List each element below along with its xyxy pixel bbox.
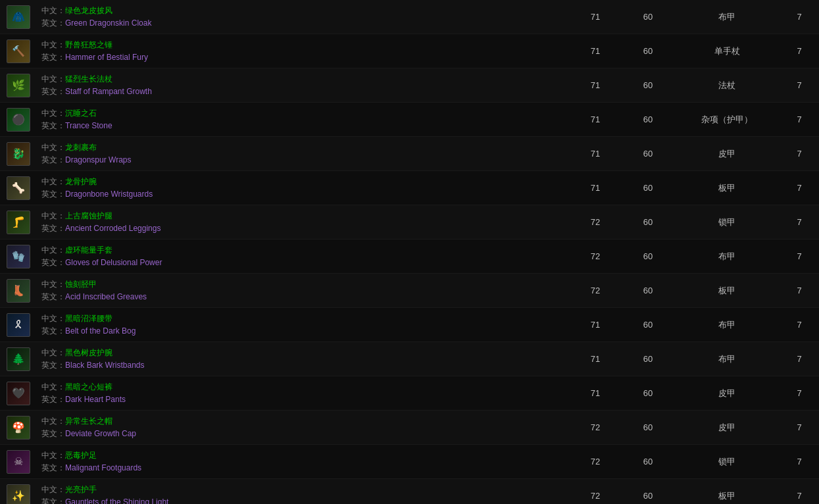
item-req-level: 60 [622, 491, 674, 501]
item-count: 7 [780, 286, 819, 295]
item-name-en: 英文：Green Dragonskin Cloak [41, 18, 564, 29]
item-icon-cell: 🌲 [0, 347, 36, 371]
item-name-zh: 中文：光亮护手 [41, 484, 564, 495]
item-name-zh: 中文：野兽狂怒之锤 [41, 39, 564, 51]
item-count: 7 [780, 491, 819, 501]
table-row: 🧥中文：绿色龙皮披风英文：Green Dragonskin Cloak7160布… [0, 0, 819, 34]
item-name-zh: 中文：沉睡之石 [41, 108, 564, 119]
item-name-cell: 中文：绿色龙皮披风英文：Green Dragonskin Cloak [36, 4, 569, 30]
item-icon: 🦵 [7, 211, 30, 234]
item-type: 板甲 [674, 490, 780, 502]
item-icon-cell: 🔨 [0, 39, 36, 63]
item-req-level: 60 [622, 320, 674, 330]
item-type: 皮甲 [674, 388, 780, 399]
item-name-en: 英文：Staff of Rampant Growth [41, 86, 564, 97]
item-icon-cell: 🎗 [0, 313, 36, 337]
item-req-level: 60 [622, 422, 674, 432]
item-icon: 🍄 [7, 416, 30, 440]
item-name-zh: 中文：猛烈生长法杖 [41, 74, 564, 85]
table-row: 🍄中文：异常生长之帽英文：Deviate Growth Cap7260皮甲7 [0, 411, 819, 445]
item-type: 锁甲 [674, 216, 780, 228]
item-name-cell: 中文：蚀刻胫甲英文：Acid Inscribed Greaves [36, 278, 569, 304]
item-name-en: 英文：Acid Inscribed Greaves [41, 291, 564, 303]
item-count: 7 [780, 388, 819, 398]
item-icon: 🌲 [7, 347, 30, 371]
item-level: 71 [569, 114, 622, 124]
item-level: 72 [569, 457, 622, 466]
item-icon: 🖤 [7, 382, 30, 405]
item-icon-cell: 🐉 [0, 142, 36, 166]
item-name-en: 英文：Belt of the Dark Bog [41, 326, 564, 337]
item-icon-cell: ☠ [0, 450, 36, 474]
item-name-cell: 中文：野兽狂怒之锤英文：Hammer of Bestial Fury [36, 38, 569, 64]
item-count: 7 [780, 217, 819, 227]
item-name-cell: 中文：异常生长之帽英文：Deviate Growth Cap [36, 415, 569, 441]
item-name-en: 英文：Dragonbone Wristguards [41, 189, 564, 200]
item-icon: 🧤 [7, 245, 30, 268]
item-type: 单手杖 [674, 45, 780, 57]
item-name-en: 英文：Dragonspur Wraps [41, 155, 564, 166]
item-req-level: 60 [622, 46, 674, 56]
item-count: 7 [780, 46, 819, 56]
item-level: 72 [569, 251, 622, 261]
item-icon-cell: 🦴 [0, 176, 36, 200]
item-type: 板甲 [674, 285, 780, 297]
item-req-level: 60 [622, 457, 674, 466]
table-row: 🐉中文：龙刺裹布英文：Dragonspur Wraps7160皮甲7 [0, 137, 819, 171]
item-name-zh: 中文：恶毒护足 [41, 450, 564, 461]
item-count: 7 [780, 12, 819, 22]
item-level: 71 [569, 183, 622, 193]
item-count: 7 [780, 354, 819, 364]
item-level: 71 [569, 80, 622, 90]
item-icon: 🌿 [7, 74, 30, 97]
item-name-en: 英文：Ancient Corroded Leggings [41, 223, 564, 234]
item-count: 7 [780, 320, 819, 330]
item-count: 7 [780, 251, 819, 261]
item-type: 锁甲 [674, 456, 780, 468]
item-name-zh: 中文：虚环能量手套 [41, 245, 564, 256]
item-count: 7 [780, 183, 819, 193]
item-icon: ✨ [7, 484, 30, 505]
item-icon: ⚫ [7, 108, 30, 132]
item-icon: 🔨 [7, 39, 30, 63]
item-level: 72 [569, 217, 622, 227]
item-name-cell: 中文：黑暗之心短裤英文：Dark Heart Pants [36, 380, 569, 407]
item-name-cell: 中文：黑暗沼泽腰带英文：Belt of the Dark Bog [36, 312, 569, 338]
item-name-zh: 中文：龙刺裹布 [41, 142, 564, 153]
item-level: 71 [569, 354, 622, 364]
table-row: 🔨中文：野兽狂怒之锤英文：Hammer of Bestial Fury7160单… [0, 34, 819, 68]
item-req-level: 60 [622, 80, 674, 90]
item-req-level: 60 [622, 251, 674, 261]
item-name-en: 英文：Malignant Footguards [41, 463, 564, 474]
item-icon: 🦴 [7, 176, 30, 200]
item-req-level: 60 [622, 149, 674, 159]
table-row: 🦵中文：上古腐蚀护腿英文：Ancient Corroded Leggings72… [0, 205, 819, 239]
item-name-zh: 中文：绿色龙皮披风 [41, 5, 564, 16]
item-name-zh: 中文：异常生长之帽 [41, 416, 564, 427]
item-name-zh: 中文：龙骨护腕 [41, 176, 564, 188]
item-icon-cell: 🧥 [0, 5, 36, 29]
item-name-cell: 中文：猛烈生长法杖英文：Staff of Rampant Growth [36, 72, 569, 99]
item-req-level: 60 [622, 286, 674, 295]
item-level: 71 [569, 12, 622, 22]
item-level: 71 [569, 149, 622, 159]
item-req-level: 60 [622, 388, 674, 398]
table-row: 🌲中文：黑色树皮护腕英文：Black Bark Wristbands7160布甲… [0, 342, 819, 376]
item-count: 7 [780, 114, 819, 124]
table-row: ✨中文：光亮护手英文：Gauntlets of the Shining Ligh… [0, 479, 819, 504]
item-type: 布甲 [674, 11, 780, 23]
table-row: ⚫中文：沉睡之石英文：Trance Stone7160杂项（护甲）7 [0, 103, 819, 137]
item-icon: ☠ [7, 450, 30, 474]
item-name-en: 英文：Hammer of Bestial Fury [41, 52, 564, 63]
item-name-cell: 中文：光亮护手英文：Gauntlets of the Shining Light [36, 483, 569, 505]
table-row: ☠中文：恶毒护足英文：Malignant Footguards7260锁甲7 [0, 445, 819, 479]
item-name-zh: 中文：蚀刻胫甲 [41, 279, 564, 290]
item-icon: 🧥 [7, 5, 30, 29]
item-level: 72 [569, 491, 622, 501]
item-name-en: 英文：Deviate Growth Cap [41, 428, 564, 440]
item-name-zh: 中文：黑暗沼泽腰带 [41, 313, 564, 324]
item-level: 71 [569, 320, 622, 330]
item-icon-cell: 👢 [0, 279, 36, 303]
item-level: 72 [569, 422, 622, 432]
item-name-en: 英文：Dark Heart Pants [41, 394, 564, 405]
